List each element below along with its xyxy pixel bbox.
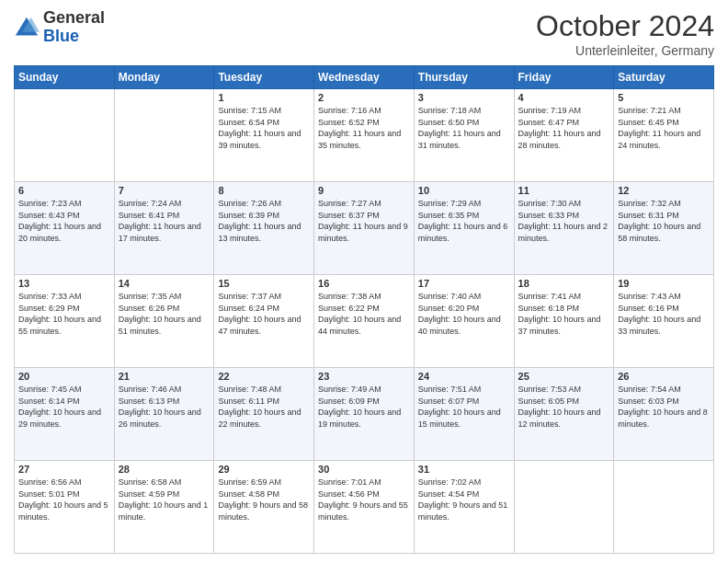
day-info: Sunrise: 7:02 AM Sunset: 4:54 PM Dayligh… — [418, 477, 510, 523]
day-number: 29 — [218, 464, 310, 475]
calendar-header-row: SundayMondayTuesdayWednesdayThursdayFrid… — [15, 66, 714, 89]
calendar-cell: 7Sunrise: 7:24 AM Sunset: 6:41 PM Daylig… — [114, 182, 214, 275]
logo-general: General — [43, 9, 105, 28]
day-number: 31 — [418, 464, 510, 475]
day-number: 30 — [318, 464, 410, 475]
day-number: 26 — [618, 371, 710, 382]
calendar-cell: 5Sunrise: 7:21 AM Sunset: 6:45 PM Daylig… — [614, 89, 714, 182]
day-number: 12 — [618, 185, 710, 196]
calendar-cell: 28Sunrise: 6:58 AM Sunset: 4:59 PM Dayli… — [114, 461, 214, 554]
calendar-cell: 17Sunrise: 7:40 AM Sunset: 6:20 PM Dayli… — [414, 275, 514, 368]
calendar-day-header: Wednesday — [314, 66, 415, 89]
day-number: 28 — [119, 464, 210, 475]
day-info: Sunrise: 7:48 AM Sunset: 6:11 PM Dayligh… — [218, 384, 310, 430]
day-info: Sunrise: 7:26 AM Sunset: 6:39 PM Dayligh… — [218, 198, 310, 244]
day-info: Sunrise: 7:40 AM Sunset: 6:20 PM Dayligh… — [418, 291, 510, 337]
day-number: 21 — [119, 371, 210, 382]
day-number: 27 — [18, 464, 110, 475]
calendar-cell: 26Sunrise: 7:54 AM Sunset: 6:03 PM Dayli… — [614, 368, 714, 461]
calendar-cell — [114, 89, 214, 182]
day-number: 13 — [18, 278, 110, 289]
calendar-table: SundayMondayTuesdayWednesdayThursdayFrid… — [14, 65, 714, 554]
day-info: Sunrise: 6:56 AM Sunset: 5:01 PM Dayligh… — [18, 477, 110, 523]
day-info: Sunrise: 7:49 AM Sunset: 6:09 PM Dayligh… — [318, 384, 410, 430]
calendar-week-row: 27Sunrise: 6:56 AM Sunset: 5:01 PM Dayli… — [15, 461, 714, 554]
day-number: 25 — [518, 371, 610, 382]
day-info: Sunrise: 7:33 AM Sunset: 6:29 PM Dayligh… — [18, 291, 110, 337]
calendar-cell — [514, 461, 614, 554]
day-number: 16 — [318, 278, 410, 289]
day-number: 18 — [518, 278, 610, 289]
calendar-cell: 19Sunrise: 7:43 AM Sunset: 6:16 PM Dayli… — [614, 275, 714, 368]
calendar-cell: 20Sunrise: 7:45 AM Sunset: 6:14 PM Dayli… — [15, 368, 115, 461]
day-info: Sunrise: 7:29 AM Sunset: 6:35 PM Dayligh… — [418, 198, 510, 244]
calendar-day-header: Friday — [514, 66, 614, 89]
calendar-cell: 15Sunrise: 7:37 AM Sunset: 6:24 PM Dayli… — [214, 275, 314, 368]
day-info: Sunrise: 7:24 AM Sunset: 6:41 PM Dayligh… — [119, 198, 210, 244]
calendar-cell: 25Sunrise: 7:53 AM Sunset: 6:05 PM Dayli… — [514, 368, 614, 461]
day-info: Sunrise: 7:54 AM Sunset: 6:03 PM Dayligh… — [618, 384, 710, 430]
day-info: Sunrise: 7:19 AM Sunset: 6:47 PM Dayligh… — [518, 105, 610, 151]
calendar-cell: 9Sunrise: 7:27 AM Sunset: 6:37 PM Daylig… — [314, 182, 415, 275]
day-number: 20 — [18, 371, 110, 382]
calendar-cell: 21Sunrise: 7:46 AM Sunset: 6:13 PM Dayli… — [114, 368, 214, 461]
day-number: 7 — [119, 185, 210, 196]
day-number: 22 — [218, 371, 310, 382]
day-number: 4 — [518, 92, 610, 103]
day-info: Sunrise: 7:27 AM Sunset: 6:37 PM Dayligh… — [318, 198, 410, 244]
day-info: Sunrise: 7:43 AM Sunset: 6:16 PM Dayligh… — [618, 291, 710, 337]
day-info: Sunrise: 7:01 AM Sunset: 4:56 PM Dayligh… — [318, 477, 410, 523]
day-number: 17 — [418, 278, 510, 289]
day-info: Sunrise: 6:58 AM Sunset: 4:59 PM Dayligh… — [119, 477, 210, 523]
calendar-day-header: Monday — [114, 66, 214, 89]
day-info: Sunrise: 7:18 AM Sunset: 6:50 PM Dayligh… — [418, 105, 510, 151]
day-number: 3 — [418, 92, 510, 103]
day-info: Sunrise: 7:51 AM Sunset: 6:07 PM Dayligh… — [418, 384, 510, 430]
header: General Blue October 2024 Unterleinleite… — [14, 9, 714, 58]
day-number: 10 — [418, 185, 510, 196]
logo-text: General Blue — [43, 9, 105, 46]
calendar-day-header: Saturday — [614, 66, 714, 89]
calendar-cell — [614, 461, 714, 554]
calendar-cell: 30Sunrise: 7:01 AM Sunset: 4:56 PM Dayli… — [314, 461, 415, 554]
day-info: Sunrise: 7:53 AM Sunset: 6:05 PM Dayligh… — [518, 384, 610, 430]
calendar-week-row: 6Sunrise: 7:23 AM Sunset: 6:43 PM Daylig… — [15, 182, 714, 275]
subtitle: Unterleinleiter, Germany — [536, 43, 714, 58]
day-number: 6 — [18, 185, 110, 196]
calendar-cell: 14Sunrise: 7:35 AM Sunset: 6:26 PM Dayli… — [114, 275, 214, 368]
day-info: Sunrise: 7:32 AM Sunset: 6:31 PM Dayligh… — [618, 198, 710, 244]
main-title: October 2024 — [536, 9, 714, 43]
calendar-cell: 31Sunrise: 7:02 AM Sunset: 4:54 PM Dayli… — [414, 461, 514, 554]
calendar-cell: 23Sunrise: 7:49 AM Sunset: 6:09 PM Dayli… — [314, 368, 415, 461]
calendar-cell: 4Sunrise: 7:19 AM Sunset: 6:47 PM Daylig… — [514, 89, 614, 182]
logo: General Blue — [14, 9, 105, 46]
day-info: Sunrise: 7:16 AM Sunset: 6:52 PM Dayligh… — [318, 105, 410, 151]
calendar-day-header: Sunday — [15, 66, 115, 89]
calendar-week-row: 1Sunrise: 7:15 AM Sunset: 6:54 PM Daylig… — [15, 89, 714, 182]
day-number: 23 — [318, 371, 410, 382]
day-info: Sunrise: 7:38 AM Sunset: 6:22 PM Dayligh… — [318, 291, 410, 337]
calendar-cell: 12Sunrise: 7:32 AM Sunset: 6:31 PM Dayli… — [614, 182, 714, 275]
day-info: Sunrise: 7:37 AM Sunset: 6:24 PM Dayligh… — [218, 291, 310, 337]
calendar-cell: 13Sunrise: 7:33 AM Sunset: 6:29 PM Dayli… — [15, 275, 115, 368]
day-number: 1 — [218, 92, 310, 103]
calendar-cell: 22Sunrise: 7:48 AM Sunset: 6:11 PM Dayli… — [214, 368, 314, 461]
day-info: Sunrise: 7:45 AM Sunset: 6:14 PM Dayligh… — [18, 384, 110, 430]
day-info: Sunrise: 7:23 AM Sunset: 6:43 PM Dayligh… — [18, 198, 110, 244]
day-number: 2 — [318, 92, 410, 103]
day-info: Sunrise: 7:21 AM Sunset: 6:45 PM Dayligh… — [618, 105, 710, 151]
calendar-cell: 18Sunrise: 7:41 AM Sunset: 6:18 PM Dayli… — [514, 275, 614, 368]
calendar-week-row: 20Sunrise: 7:45 AM Sunset: 6:14 PM Dayli… — [15, 368, 714, 461]
day-info: Sunrise: 6:59 AM Sunset: 4:58 PM Dayligh… — [218, 477, 310, 523]
day-info: Sunrise: 7:35 AM Sunset: 6:26 PM Dayligh… — [119, 291, 210, 337]
calendar-cell: 24Sunrise: 7:51 AM Sunset: 6:07 PM Dayli… — [414, 368, 514, 461]
day-number: 11 — [518, 185, 610, 196]
calendar-cell: 10Sunrise: 7:29 AM Sunset: 6:35 PM Dayli… — [414, 182, 514, 275]
day-number: 14 — [119, 278, 210, 289]
logo-blue: Blue — [43, 28, 105, 46]
calendar-day-header: Tuesday — [214, 66, 314, 89]
calendar-cell — [15, 89, 115, 182]
page: General Blue October 2024 Unterleinleite… — [0, 0, 728, 563]
logo-icon — [14, 15, 40, 40]
title-block: October 2024 Unterleinleiter, Germany — [536, 9, 714, 58]
